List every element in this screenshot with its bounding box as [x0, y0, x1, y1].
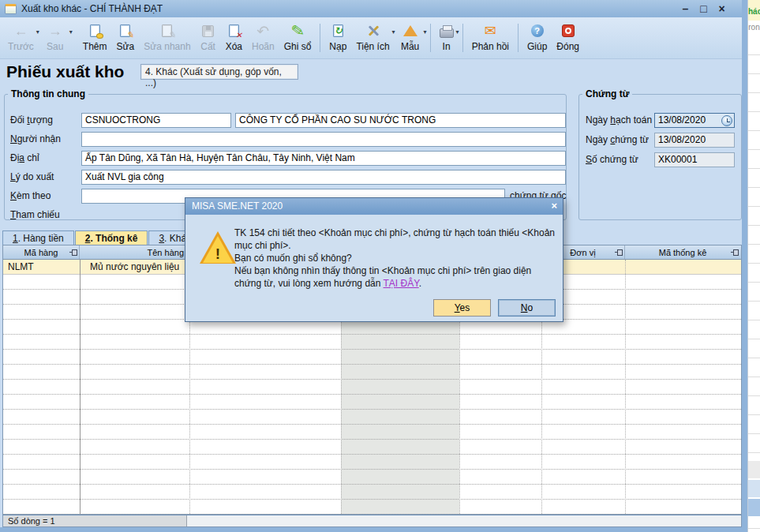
toolbar-separator	[462, 24, 463, 52]
voucher-type-field[interactable]: 4. Khác (Xuất sử dụng, góp vốn, ...)	[140, 64, 298, 80]
column-divider	[80, 260, 80, 514]
column-header-ma-thong-ke[interactable]: Mã thống kê	[625, 245, 740, 259]
screen: hác ron Xuất kho khác - CHÍ THÀNH ĐẠT – …	[0, 0, 760, 532]
status-bar: Số dòng = 1	[2, 515, 742, 527]
so-chung-tu-input[interactable]: XK00001	[654, 152, 735, 167]
document-info-group: Chứng từ Ngày hạch toán 13/08/2020 Ngày …	[578, 88, 742, 220]
empty-row[interactable]	[3, 470, 741, 485]
so-chung-tu-label: Số chứng từ	[586, 154, 638, 165]
help-icon: ?	[531, 24, 544, 37]
next-button: → ▾ Sau	[39, 19, 72, 58]
ngay-chung-tu-input[interactable]: 13/08/2020	[654, 133, 735, 148]
ly-do-xuat-input[interactable]: Xuất NVL gia công	[81, 170, 566, 185]
kem-theo-label: Kèm theo	[10, 190, 51, 201]
app-window: Xuất kho khác - CHÍ THÀNH ĐẠT – □ × ← ▾ …	[0, 0, 747, 532]
column-divider	[625, 260, 626, 514]
print-button[interactable]: ▾ In	[435, 19, 459, 58]
quick-edit-icon: ✎	[162, 24, 172, 37]
empty-row[interactable]	[3, 380, 741, 395]
empty-row[interactable]	[3, 440, 741, 455]
row-count-status: Số dòng = 1	[3, 515, 187, 526]
feedback-button[interactable]: ✉ Phản hồi	[467, 19, 514, 58]
tab-thong-ke[interactable]: 2. Thống kê	[75, 230, 148, 245]
warning-icon: !	[200, 231, 236, 264]
pin-icon[interactable]	[731, 249, 738, 257]
message-dialog: MISA SME.NET 2020 × ! TK 154 chi tiết th…	[185, 197, 563, 322]
ngay-hach-toan-label: Ngày hạch toán	[586, 114, 652, 126]
forward-arrow-icon: →	[48, 24, 62, 38]
close-button[interactable]: ×	[713, 1, 731, 17]
edit-button[interactable]: ✎ Sửa	[111, 19, 139, 58]
dialog-close-icon[interactable]: ×	[551, 200, 557, 212]
no-button[interactable]: No	[498, 299, 556, 317]
pin-icon[interactable]	[69, 249, 77, 257]
dia-chi-input[interactable]: Ấp Tân Dũng, Xã Tân Hà, Huyện Tân Châu, …	[81, 151, 566, 166]
page-title: Phiếu xuất kho	[6, 62, 124, 81]
tai-day-link[interactable]: TẠI ĐÂY	[384, 278, 419, 289]
empty-row[interactable]	[3, 410, 741, 425]
ruler-triangle-icon	[403, 25, 417, 36]
window-icon	[5, 4, 17, 14]
background-window-cell	[748, 461, 760, 478]
column-header-ma-hang[interactable]: Mã hàng	[3, 245, 80, 259]
maximize-button[interactable]: □	[694, 1, 713, 17]
empty-row[interactable]	[3, 350, 741, 365]
form-area: Phiếu xuất kho 4. Khác (Xuất sử dụng, gó…	[0, 59, 742, 527]
empty-row[interactable]	[3, 500, 741, 515]
empty-row[interactable]	[3, 365, 741, 380]
delete-document-icon: ✕	[229, 24, 239, 37]
doi-tuong-name-input[interactable]: CÔNG TY CỔ PHẦN CAO SU NƯỚC TRONG	[235, 113, 566, 128]
close-window-button[interactable]: Đóng	[552, 19, 584, 58]
ngay-chung-tu-label: Ngày chứng từ	[586, 134, 649, 145]
tools-icon	[366, 24, 380, 38]
clock-icon[interactable]	[721, 115, 732, 126]
save-button: Cất	[196, 19, 221, 58]
background-window-gridlines	[748, 36, 760, 532]
add-button[interactable]: Thêm	[78, 19, 112, 58]
nguoi-nhan-label: Người nhận	[10, 133, 61, 144]
tab-hang-tien[interactable]: 1. Hàng tiền	[2, 230, 74, 245]
delete-button[interactable]: ✕ Xóa	[221, 19, 247, 58]
minimize-button[interactable]: –	[676, 1, 694, 17]
undo-icon: ↶	[256, 24, 269, 39]
caret-down-icon: ▾	[456, 28, 459, 36]
edit-document-icon: ✎	[120, 24, 130, 37]
printer-icon	[440, 28, 454, 38]
column-header-ten-hang[interactable]: Tên hàng	[80, 245, 189, 259]
refresh-icon: ↻	[333, 24, 343, 37]
reload-button[interactable]: ↻ Nạp	[324, 19, 351, 58]
undo-button: ↶ Hoãn	[247, 19, 279, 58]
help-button[interactable]: ? Giúp	[522, 19, 552, 58]
previous-button: ← ▾ Trước	[3, 19, 39, 58]
pin-icon[interactable]	[615, 249, 622, 257]
template-button[interactable]: ▾ Mẫu	[395, 19, 426, 58]
general-info-legend: Thông tin chung	[8, 88, 88, 99]
nguoi-nhan-input[interactable]	[81, 132, 566, 147]
empty-row[interactable]	[3, 455, 741, 470]
floppy-disk-icon	[202, 25, 214, 37]
dialog-message: TK 154 chi tiết theo <Khoản mục chi phí>…	[234, 227, 556, 290]
doi-tuong-code-input[interactable]: CSNUOCTRONG	[81, 113, 231, 128]
dia-chi-label: Địa chỉ	[10, 152, 39, 163]
toolbar-separator	[518, 24, 519, 52]
empty-row[interactable]	[3, 485, 741, 500]
post-button[interactable]: ✎ Ghi sổ	[279, 19, 316, 58]
caret-down-icon: ▾	[424, 28, 427, 36]
toolbar-separator	[320, 24, 320, 52]
cell-ten-hang[interactable]: Mủ nước nguyên liệu	[80, 260, 189, 274]
empty-row[interactable]	[3, 395, 741, 410]
toolbar: ← ▾ Trước → ▾ Sau Thêm ✎ Sửa ✎ Sửa nhanh	[0, 17, 742, 59]
yes-button[interactable]: Yes	[433, 299, 491, 317]
background-window-tab: hác	[748, 0, 760, 21]
tham-chieu-label: Tham chiếu	[10, 209, 60, 220]
cell-ma-hang[interactable]: NLMT	[3, 260, 80, 274]
empty-row[interactable]	[3, 335, 741, 350]
empty-row[interactable]	[3, 425, 741, 440]
green-pencil-icon: ✎	[290, 22, 305, 39]
ngay-hach-toan-input[interactable]: 13/08/2020	[654, 113, 735, 128]
window-title: Xuất kho khác - CHÍ THÀNH ĐẠT	[21, 3, 163, 14]
utilities-button[interactable]: ▾ Tiện ích	[351, 19, 394, 58]
tab-bar: 1. Hàng tiền 2. Thống kê 3. Khác	[2, 230, 202, 245]
background-window-cell	[748, 480, 760, 497]
background-window-cell	[748, 499, 760, 516]
